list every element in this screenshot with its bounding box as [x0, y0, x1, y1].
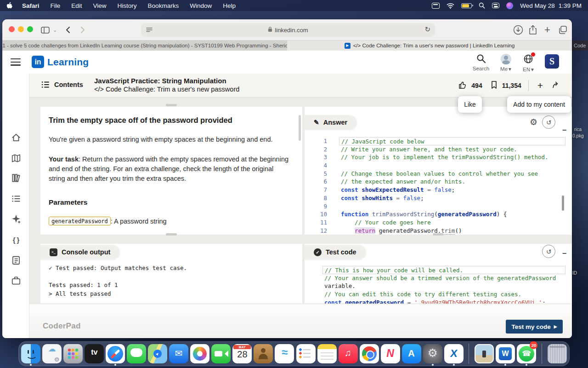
collapse-panel-button[interactable]: − [562, 126, 566, 134]
desktop-file-label[interactable]: ID [572, 270, 577, 276]
dock-safari-icon[interactable] [106, 343, 125, 365]
sidebar-toggle-icon[interactable] [41, 24, 50, 36]
menu-item-safari[interactable]: Safari [22, 2, 40, 9]
menu-item-edit[interactable]: Edit [71, 2, 82, 9]
share-icon[interactable] [529, 24, 537, 36]
code-line[interactable]: 5// Change these boolean values to contr… [305, 170, 565, 178]
dock-appstore-icon[interactable] [401, 343, 421, 365]
bookmark-button[interactable] [490, 80, 498, 91]
share-lesson-button[interactable] [552, 80, 561, 91]
minimize-window-button[interactable] [18, 26, 24, 32]
library-icon[interactable] [10, 172, 22, 184]
reset-code-button[interactable]: ↺ [542, 115, 555, 129]
code-line[interactable]: 2// Write your answer here, and then tes… [305, 145, 565, 154]
test-my-code-button[interactable]: Test my code ▶ [506, 320, 563, 334]
resize-handle[interactable] [166, 233, 177, 236]
wifi-icon[interactable] [447, 3, 454, 9]
reload-icon[interactable]: ↻ [424, 25, 430, 34]
menu-item-file[interactable]: File [51, 2, 61, 9]
dock-freeform-icon[interactable] [275, 343, 294, 365]
dock-news-icon[interactable] [380, 343, 400, 365]
dock-messages-icon[interactable] [127, 343, 147, 365]
new-tab-icon[interactable]: + [544, 24, 550, 36]
home-icon[interactable] [10, 132, 22, 144]
reader-view-icon[interactable] [146, 26, 153, 35]
spotlight-search-icon[interactable] [479, 2, 485, 9]
sidebar-chevron-icon[interactable]: ⌄ [53, 24, 57, 36]
dock-chrome-icon[interactable] [359, 343, 379, 365]
code-line[interactable]: 4 [305, 161, 565, 170]
code-line[interactable]: const generatedPassword = ' 9vud9z9WTb5R… [305, 299, 565, 304]
code-line[interactable]: 1// JavaScript code below [305, 137, 565, 145]
dock-mail-icon[interactable] [169, 343, 189, 365]
forward-button[interactable] [80, 24, 85, 36]
header-language-menu[interactable]: EN▾ [514, 54, 542, 73]
dock-vscode-icon[interactable] [444, 343, 464, 365]
code-line[interactable]: // Your answer should be a trimmed versi… [305, 274, 565, 282]
menu-item-help[interactable]: Help [223, 2, 236, 9]
siri-icon[interactable] [506, 2, 513, 9]
dock-appletv-icon[interactable] [85, 343, 104, 365]
editor-settings-icon[interactable]: ⚙ [530, 117, 537, 127]
dock-launchpad-icon[interactable] [63, 343, 83, 365]
dock-notes-icon[interactable] [317, 343, 337, 365]
code-line[interactable]: 11 // Your code goes here [305, 218, 565, 227]
address-bar[interactable]: linkedin.com ↻ [141, 23, 435, 37]
dock-maps-icon[interactable] [148, 343, 168, 365]
back-button[interactable] [66, 24, 70, 36]
menu-item-view[interactable]: View [93, 2, 107, 9]
battery-icon[interactable] [461, 3, 472, 8]
dock-contacts-icon[interactable] [254, 343, 273, 365]
answer-code-editor[interactable]: 1// JavaScript code below2// Write your … [305, 137, 565, 235]
dock-word-icon[interactable] [496, 343, 515, 365]
code-braces-icon[interactable]: { } [10, 234, 22, 246]
contents-list-icon[interactable] [10, 193, 22, 205]
tab-overview-icon[interactable] [558, 24, 567, 36]
ai-sparkle-icon[interactable] [10, 213, 22, 225]
hamburger-menu-icon[interactable] [11, 58, 21, 66]
dock-imagefile-icon[interactable] [475, 343, 494, 365]
map-icon[interactable] [10, 152, 22, 164]
reset-test-code-button[interactable]: ↺ [542, 245, 555, 258]
dock-settings-icon[interactable] [423, 343, 442, 365]
code-line[interactable]: 9 [305, 202, 565, 211]
scrollbar[interactable] [562, 196, 564, 211]
notebook-icon[interactable] [10, 254, 22, 266]
header-search[interactable]: Search [467, 54, 495, 71]
dock-finder-icon[interactable] [21, 343, 41, 365]
code-line[interactable]: 7const showExpectedResult = false; [305, 186, 565, 194]
dock-music-icon[interactable] [338, 343, 358, 365]
apple-menu-icon[interactable] [6, 2, 13, 10]
close-window-button[interactable] [9, 26, 15, 32]
like-button[interactable] [458, 80, 467, 91]
resize-handle[interactable] [433, 233, 444, 236]
downloads-icon[interactable] [513, 24, 523, 36]
test-code-editor[interactable]: // This is how your code will be called.… [305, 266, 565, 304]
code-line[interactable]: 6// the expected answer and/or hints. [305, 178, 565, 186]
control-center-icon[interactable] [492, 3, 499, 8]
sheridan-logo[interactable]: S [545, 54, 559, 69]
desktop-file-label[interactable]: rica [574, 127, 582, 132]
answer-tab[interactable]: ✎ Answer [305, 115, 356, 130]
contents-button[interactable]: Contents [41, 80, 83, 89]
linkedin-learning-logo[interactable]: in Learning [32, 56, 89, 68]
dock-reminders-icon[interactable] [296, 343, 316, 365]
dock-whatsapp-icon[interactable]: 20 [517, 343, 537, 365]
menu-item-history[interactable]: History [118, 2, 137, 9]
code-line[interactable]: // This is how your code will be called. [305, 266, 565, 274]
desktop-file-label[interactable]: 0.pkg [572, 133, 583, 138]
code-line[interactable]: // You can edit this code to try differe… [305, 290, 565, 299]
menu-item-bookmarks[interactable]: Bookmarks [148, 2, 179, 9]
dock-photos-icon[interactable] [190, 343, 210, 365]
dock-facetime-icon[interactable] [211, 343, 231, 365]
zoom-window-button[interactable] [27, 26, 33, 32]
code-line[interactable]: 3// Your job is to implement the trimPas… [305, 153, 565, 161]
resize-handle[interactable] [166, 104, 177, 106]
add-to-content-button[interactable]: + [537, 80, 543, 91]
briefcase-icon[interactable] [10, 275, 22, 287]
code-line[interactable]: variable. [305, 282, 565, 290]
keyboard-brightness-icon[interactable] [432, 3, 440, 9]
dock-calendar-icon[interactable]: MAY28 [232, 343, 252, 365]
code-line[interactable]: 10function trimPasswordString(generatedP… [305, 210, 565, 218]
scrollbar[interactable] [299, 115, 301, 141]
